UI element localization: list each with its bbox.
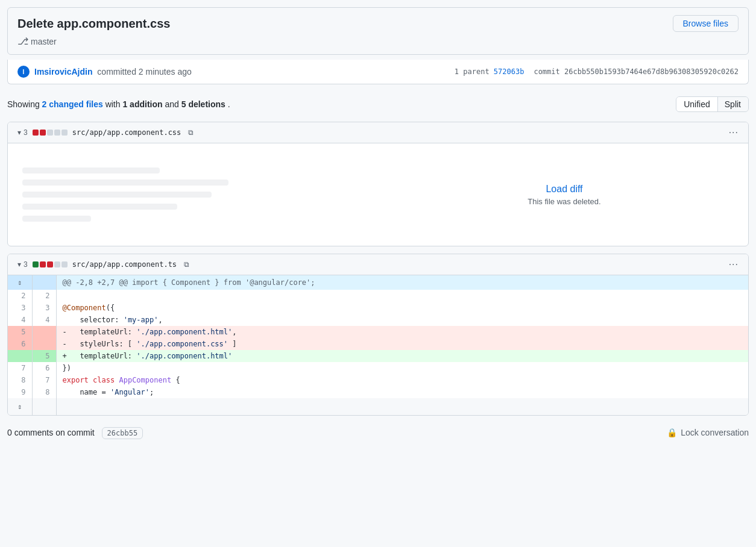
diff-line-deleted-row: 5 - templateUrl: './app.component.html',: [8, 326, 748, 338]
stat-block-2: [40, 130, 46, 136]
stat-block-1: [33, 130, 39, 136]
stat-block-ts-1: [33, 261, 39, 267]
file-copy-icon-ts: ⧉: [184, 260, 189, 269]
diff-file-ts: ▾ 3 src/app/app.component.ts ⧉ ···: [7, 254, 749, 416]
line-content: selector: 'my-app',: [56, 314, 748, 326]
diff-line-added-row: 5 + templateUrl: './app.component.html': [8, 350, 748, 362]
changed-files-link[interactable]: 2 changed files: [42, 99, 103, 109]
old-line-num: 3: [8, 302, 32, 314]
stat-block-ts-5: [61, 261, 68, 267]
commit-footer: 0 comments on commit 26cbb55 🔒 Lock conv…: [7, 423, 749, 442]
placeholder-line-4: [22, 204, 177, 210]
line-content-del: - templateUrl: './app.component.html',: [56, 326, 748, 338]
stat-block-4: [54, 130, 60, 136]
author-link[interactable]: ImsirovicAjdin: [34, 67, 92, 77]
line-content: export class AppComponent {: [56, 374, 748, 386]
new-line-num: 6: [32, 362, 56, 374]
unified-view-button[interactable]: Unified: [676, 96, 718, 112]
showing-text: Showing: [7, 99, 40, 109]
placeholder-line-3: [22, 192, 212, 198]
load-diff-area: Load diff This file was deleted.: [8, 143, 748, 246]
deletions-text: 5 deletions: [181, 99, 225, 109]
diff-file-header-css: ▾ 3 src/app/app.component.css ⧉ ···: [8, 122, 748, 143]
placeholder-line-5: [22, 216, 91, 222]
placeholder-line-1: [22, 167, 160, 173]
diff-hunk-header-row: ⇕ @@ -2,8 +2,7 @@ import { Component } f…: [8, 275, 748, 290]
commit-hash-info: commit 26cbb550b1593b7464e67d8b963083059…: [534, 67, 739, 76]
diff-stat-blocks-ts: [33, 261, 68, 267]
commit-meta-row: I ImsirovicAjdin committed 2 minutes ago…: [7, 60, 749, 84]
parent-info: 1 parent 572063b: [455, 67, 524, 76]
diff-line-row: 4 4 selector: 'my-app',: [8, 314, 748, 326]
load-diff-sub: This file was deleted.: [528, 197, 600, 206]
lock-icon: 🔒: [667, 428, 677, 437]
line-content: @Component({: [56, 302, 748, 314]
old-line-num-del: 5: [8, 326, 32, 338]
parent-hash-link[interactable]: 572063b: [494, 67, 524, 76]
old-line-num: 4: [8, 314, 32, 326]
diff-expand-row: ⇕: [8, 398, 748, 415]
new-line-num: 3: [32, 302, 56, 314]
old-line-num-add: [8, 350, 32, 362]
collapse-file-css-button[interactable]: ▾ 3: [17, 128, 28, 137]
commit-title: Delete app.component.css: [17, 17, 170, 31]
collapse-file-ts-button[interactable]: ▾ 3: [17, 260, 28, 269]
stat-block-ts-3: [47, 261, 53, 267]
expand-icon-cell-2: [32, 398, 56, 415]
load-diff-panel: Load diff This file was deleted.: [380, 155, 748, 234]
expand-text: [56, 398, 748, 415]
branch-name: master: [31, 37, 57, 46]
branch-icon: ⎇: [17, 36, 28, 47]
line-content: name = 'Angular';: [56, 386, 748, 398]
browse-files-button[interactable]: Browse files: [673, 15, 739, 32]
new-line-num: 4: [32, 314, 56, 326]
diff-line-row: 8 7 export class AppComponent {: [8, 374, 748, 386]
diff-more-button-ts[interactable]: ···: [729, 259, 739, 270]
avatar: I: [17, 66, 30, 78]
diff-line-row: 3 3 @Component({: [8, 302, 748, 314]
new-line-num-del: [32, 326, 56, 338]
and-text: and: [165, 99, 178, 109]
additions-text: 1 addition: [122, 99, 162, 109]
with-text: with: [106, 99, 121, 109]
placeholder-line-2: [22, 180, 228, 186]
period: .: [228, 99, 230, 109]
new-line-num-add: 5: [32, 350, 56, 362]
diff-stat-blocks-css: [33, 130, 68, 136]
lock-label: Lock conversation: [681, 428, 749, 437]
diff-stat-num-css: 3: [24, 128, 28, 137]
line-content: }): [56, 362, 748, 374]
lock-conversation-button[interactable]: 🔒 Lock conversation: [667, 428, 749, 437]
new-line-num: 2: [32, 290, 56, 302]
short-hash-badge: 26cbb55: [102, 427, 143, 439]
chevron-down-icon: ▾: [17, 128, 21, 137]
diff-more-button-css[interactable]: ···: [729, 127, 739, 138]
load-diff-link[interactable]: Load diff: [546, 184, 582, 195]
diff-file-header-ts: ▾ 3 src/app/app.component.ts ⧉ ···: [8, 254, 748, 275]
committed-text: committed 2 minutes ago: [97, 67, 191, 77]
old-line-num: 9: [8, 386, 32, 398]
filepath-css: src/app/app.component.css: [72, 128, 181, 137]
diff-line-row: 2 2: [8, 290, 748, 302]
stat-block-ts-2: [40, 261, 46, 267]
hunk-expand-icon: ⇕: [8, 275, 32, 290]
commit-header: Delete app.component.css Browse files ⎇ …: [7, 7, 749, 55]
old-line-num: 8: [8, 374, 32, 386]
old-line-num: 7: [8, 362, 32, 374]
diff-line-row: 9 8 name = 'Angular';: [8, 386, 748, 398]
hunk-expand-icon2: [32, 275, 56, 290]
line-content-del-2: - styleUrls: [ './app.component.css' ]: [56, 338, 748, 350]
stat-block-5: [61, 130, 68, 136]
split-view-button[interactable]: Split: [717, 97, 748, 111]
files-changed-bar: Showing 2 changed files with 1 addition …: [7, 92, 749, 117]
chevron-down-icon-ts: ▾: [17, 260, 21, 269]
stat-block-3: [47, 130, 53, 136]
old-line-num-del-2: 6: [8, 338, 32, 350]
diff-line-deleted-row-2: 6 - styleUrls: [ './app.component.css' ]: [8, 338, 748, 350]
comments-label: 0 comments on commit: [7, 428, 95, 437]
old-line-num: 2: [8, 290, 32, 302]
expand-icon-cell: ⇕: [8, 398, 32, 415]
diff-file-css: ▾ 3 src/app/app.component.css ⧉ ···: [7, 122, 749, 246]
filepath-ts: src/app/app.component.ts: [72, 260, 177, 269]
diff-table-ts: ⇕ @@ -2,8 +2,7 @@ import { Component } f…: [8, 275, 748, 415]
